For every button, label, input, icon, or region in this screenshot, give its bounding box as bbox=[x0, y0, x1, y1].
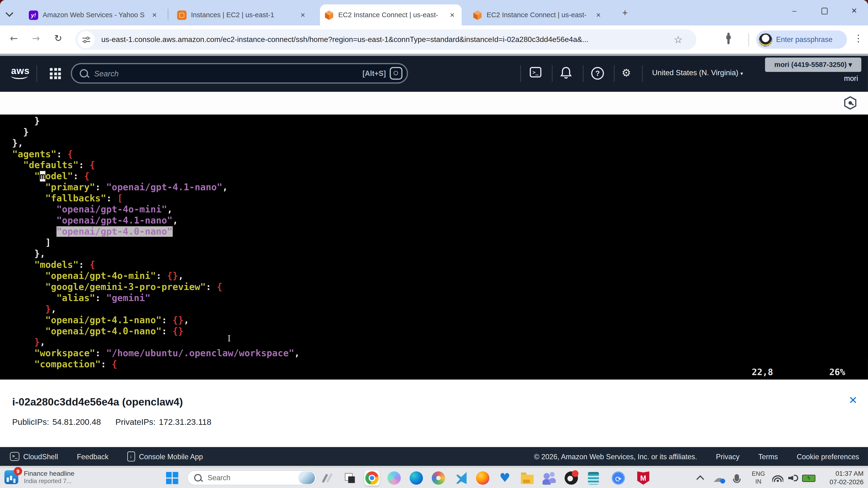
help-icon[interactable]: ? bbox=[591, 67, 604, 80]
bookmark-star-icon[interactable]: ☆ bbox=[674, 34, 683, 45]
tab-title: Instances | EC2 | us-east-1 bbox=[191, 11, 293, 19]
footer-cloudshell-button[interactable]: >_ CloudShell bbox=[10, 452, 58, 461]
battery-icon[interactable]: ϟ bbox=[802, 470, 816, 486]
footer-feedback-button[interactable]: Feedback bbox=[77, 452, 108, 461]
aws-logo[interactable]: aws bbox=[11, 66, 30, 79]
tab-ec2-instances[interactable]: Instances | EC2 | us-east-1 ✕ bbox=[173, 4, 312, 26]
menu-kebab-icon[interactable]: ⋮ bbox=[854, 33, 863, 44]
search-icon bbox=[80, 69, 88, 77]
tab-close-icon[interactable]: ✕ bbox=[298, 10, 308, 20]
tab-close-icon[interactable]: ✕ bbox=[150, 10, 159, 20]
tab-close-icon[interactable]: ✕ bbox=[447, 10, 457, 20]
microphone-tray-icon[interactable] bbox=[730, 470, 744, 486]
file-explorer-icon[interactable] bbox=[519, 470, 535, 486]
firefox-app-icon[interactable] bbox=[475, 470, 491, 486]
ink-pen-app-icon[interactable] bbox=[320, 470, 336, 486]
taskbar-search-input[interactable]: Search bbox=[187, 470, 316, 485]
terminal-line: "google/gemini-3-pro-preview": { bbox=[1, 282, 300, 293]
clock[interactable]: 01:37 AM 07-02-2026 bbox=[819, 470, 864, 486]
search-icon bbox=[194, 474, 202, 482]
ssh-terminal[interactable]: } } }, "agents": { "defaults": { "model"… bbox=[0, 115, 868, 380]
minimize-button[interactable]: – bbox=[788, 7, 801, 15]
close-panel-icon[interactable]: ✕ bbox=[849, 394, 857, 406]
tab-ec2-connect-2[interactable]: EC2 Instance Connect | us-east- ✕ bbox=[468, 4, 608, 26]
chrome-app-icon[interactable] bbox=[364, 470, 380, 486]
terminal-line: } bbox=[1, 127, 300, 138]
nav-divider bbox=[36, 65, 37, 82]
passphrase-extension-button[interactable]: Enter passphrase bbox=[756, 30, 847, 48]
services-grid-icon[interactable] bbox=[50, 68, 61, 80]
terms-link[interactable]: Terms bbox=[758, 452, 778, 461]
taskbar-gap bbox=[0, 466, 868, 468]
terminal-line: "compaction": { bbox=[1, 359, 300, 370]
windows-taskbar: 9 Finance headline India reported 7... S… bbox=[0, 468, 868, 488]
forward-icon[interactable]: → bbox=[32, 33, 40, 44]
extension-icon[interactable] bbox=[727, 33, 730, 44]
tab-title: Amazon Web Services - Yahoo S bbox=[43, 11, 145, 19]
terminal-line: "openai/gpt-4o-mini", bbox=[1, 204, 300, 215]
tab-strip: y! Amazon Web Services - Yahoo S ✕ Insta… bbox=[0, 0, 868, 26]
mcafee-app-icon[interactable]: M bbox=[636, 470, 651, 486]
reload-icon[interactable]: ↻ bbox=[54, 33, 62, 44]
start-button[interactable] bbox=[166, 472, 178, 484]
tab-ec2-connect-active[interactable]: EC2 Instance Connect | us-east- ✕ bbox=[320, 4, 462, 26]
url-text[interactable]: us-east-1.console.aws.amazon.com/ec2-ins… bbox=[101, 35, 671, 44]
toolbar-divider bbox=[748, 33, 749, 46]
tab-yahoo[interactable]: y! Amazon Web Services - Yahoo S ✕ bbox=[24, 4, 164, 26]
mobile-app-label: Console Mobile App bbox=[139, 452, 203, 461]
vscode-app-icon[interactable] bbox=[453, 470, 468, 486]
terminal-line: }, bbox=[1, 304, 300, 315]
search-scope-icon[interactable] bbox=[390, 67, 402, 80]
back-icon[interactable]: ← bbox=[10, 33, 18, 44]
account-menu-badge[interactable]: mori (4419-5587-3250) ▾ bbox=[765, 58, 861, 72]
aws-search-input[interactable]: Search [Alt+S] bbox=[71, 63, 408, 84]
tab-title: EC2 Instance Connect | us-east- bbox=[487, 11, 589, 19]
sync-app-icon[interactable]: ⟳ bbox=[611, 470, 626, 486]
ec2-cube-icon bbox=[324, 10, 334, 20]
terminal-line: "openai/gpt-4.0-nano": {} bbox=[1, 326, 300, 337]
nav-divider bbox=[614, 65, 614, 82]
terminal-line: "defaults": { bbox=[1, 160, 300, 171]
browser-window: y! Amazon Web Services - Yahoo S ✕ Insta… bbox=[0, 0, 868, 488]
close-window-button[interactable]: ✕ bbox=[848, 7, 860, 15]
language-indicator[interactable]: ENGIN bbox=[750, 470, 767, 485]
cloudshell-icon[interactable]: >_ bbox=[530, 67, 541, 77]
teams-app-icon[interactable] bbox=[541, 470, 557, 486]
settings-gear-icon[interactable]: ⚙ bbox=[622, 67, 631, 78]
copilot-app-icon[interactable] bbox=[386, 470, 402, 486]
tray-chevron-icon[interactable] bbox=[693, 470, 707, 486]
terminal-line: "fallbacks": [ bbox=[1, 193, 300, 204]
notepad-app-icon[interactable] bbox=[586, 470, 601, 486]
news-widget[interactable]: 9 Finance headline India reported 7... bbox=[4, 470, 74, 484]
url-bar[interactable]: us-east-1.console.aws.amazon.com/ec2-ins… bbox=[75, 29, 696, 50]
cookie-preferences-link[interactable]: Cookie preferences bbox=[797, 452, 859, 461]
health-app-icon[interactable]: ♥ bbox=[497, 470, 513, 486]
terminal-line: "openai/gpt-4.1-nano", bbox=[1, 215, 300, 226]
finance-widget-icon: 9 bbox=[4, 470, 19, 484]
new-tab-button[interactable]: + bbox=[619, 8, 631, 20]
site-settings-icon[interactable] bbox=[78, 31, 95, 48]
tab-close-icon[interactable]: ✕ bbox=[593, 10, 603, 20]
notifications-bell-icon[interactable] bbox=[560, 67, 572, 80]
restore-button[interactable] bbox=[818, 7, 831, 15]
instance-settings-icon[interactable] bbox=[844, 96, 857, 109]
vim-scroll-percent: 26% bbox=[829, 367, 845, 378]
footer-mobile-app-button[interactable]: ↓ Console Mobile App bbox=[127, 451, 203, 461]
wifi-icon[interactable] bbox=[771, 470, 785, 486]
search-shortcut: [Alt+S] bbox=[363, 69, 386, 77]
region-selector[interactable]: United States (N. Virginia) ▾ bbox=[652, 69, 743, 77]
chevron-down-icon: ▾ bbox=[740, 71, 743, 76]
edge-app-icon[interactable] bbox=[408, 470, 424, 486]
obs-app-icon[interactable] bbox=[563, 470, 579, 486]
paint-app-icon[interactable] bbox=[431, 470, 446, 486]
task-view-icon[interactable] bbox=[342, 470, 358, 486]
tab-search-chevron-icon[interactable] bbox=[7, 7, 18, 19]
aws-navbar: aws Search [Alt+S] >_ ? ⚙ United States … bbox=[0, 56, 868, 92]
onedrive-cloud-icon[interactable]: ☁ bbox=[711, 470, 726, 486]
private-ip-label: PrivateIPs: bbox=[115, 417, 155, 427]
volume-icon[interactable] bbox=[786, 470, 801, 486]
terminal-json-content: } } }, "agents": { "defaults": { "model"… bbox=[1, 116, 300, 370]
privacy-link[interactable]: Privacy bbox=[716, 452, 739, 461]
mobile-app-icon: ↓ bbox=[127, 451, 135, 461]
terminal-line: "alias": "gemini" bbox=[1, 293, 300, 304]
